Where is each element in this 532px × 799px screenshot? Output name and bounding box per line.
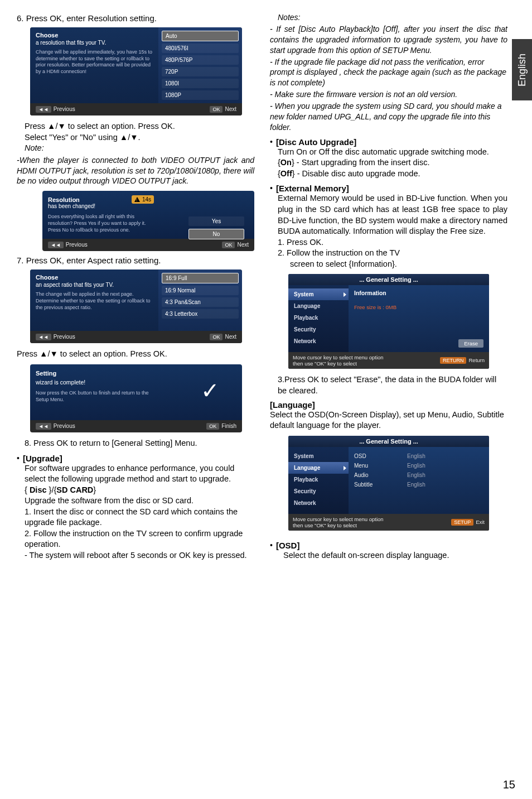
ext-mem-body: External Memory would be used in BD-Live… <box>278 193 507 237</box>
note-label: Note: <box>25 143 254 154</box>
prev-icon: ◄◄ <box>36 423 51 430</box>
general-setting-menu-info: ... General Setting ... System Language … <box>288 274 489 369</box>
gs-header: ... General Setting ... <box>288 274 489 285</box>
return-label[interactable]: Return <box>468 357 485 363</box>
disc-auto-on: {On} - Start upgrading from the insert d… <box>278 157 507 169</box>
menu-row[interactable]: MenuEnglish <box>354 461 483 470</box>
mock2-opt[interactable]: 16:9 Full <box>162 273 239 283</box>
mock2-opt[interactable]: 4:3 Letterbox <box>162 309 239 319</box>
side-item[interactable]: Playback <box>288 474 349 485</box>
mock1-desc: Change will be applied immediately, you … <box>36 49 153 75</box>
disc-auto-head: [Disc Auto Upgrade] <box>276 137 356 147</box>
mock1-opt[interactable]: 480I/576I <box>162 44 239 53</box>
side-item[interactable]: Language <box>288 300 349 312</box>
prev-label[interactable]: Previous <box>54 423 75 429</box>
free-size: Free size is : 0MB <box>354 304 483 310</box>
instruction: Select "Yes" or "No" using ▲/▼. <box>25 132 254 143</box>
timer-badge: 14s <box>132 195 154 204</box>
after-menu-1: 3.Press OK to select "Erase", the data i… <box>278 374 507 396</box>
finish-label[interactable]: Finish <box>221 423 236 429</box>
instruction: Press ▲/▼ to select an option. Press OK. <box>25 121 254 132</box>
mock1-opt[interactable]: 720P <box>162 67 239 76</box>
mock2-opt[interactable]: 16:9 Normal <box>162 286 239 295</box>
return-pill: RETURN <box>440 357 467 364</box>
disc-auto-off: {Off} - Disable disc auto upgrade mode. <box>278 169 507 180</box>
mock1-opt[interactable]: Auto <box>162 31 239 41</box>
prev-icon: ◄◄ <box>36 334 51 340</box>
upgrade-source: { Disc }/{SD CARD} <box>25 485 254 496</box>
side-item[interactable]: System <box>288 450 349 462</box>
side-item[interactable]: Playback <box>288 312 349 324</box>
osd-body: Select the default on-screen display lan… <box>283 550 507 561</box>
resolution-confirm-mock: Resolution has been changed! 14s Does ev… <box>42 191 254 251</box>
exit-label[interactable]: Exit <box>476 519 485 525</box>
step-7: 7. Press OK, enter Aspect ratio setting. <box>17 256 254 265</box>
check-icon: ✓ <box>201 378 220 403</box>
side-item[interactable]: System <box>288 288 349 300</box>
next-label[interactable]: Next <box>225 334 236 340</box>
upgrade-step-3: - The system will reboot after 5 seconds… <box>25 550 254 561</box>
mock1-opt[interactable]: 1080P <box>162 90 239 100</box>
menu-row[interactable]: SubtitleEnglish <box>354 480 483 489</box>
setup-pill: SETUP <box>451 519 473 526</box>
language-body: Select the OSD(On-Screen Display), set u… <box>270 410 507 431</box>
resolution-mock: Choose a resolution that fits your TV. C… <box>30 27 242 115</box>
menu-row[interactable]: OSDEnglish <box>354 451 483 461</box>
prev-label[interactable]: Previous <box>66 242 88 248</box>
ok-icon: OK <box>222 242 235 248</box>
note-1: - If set [Disc Auto Playback]to [Off], a… <box>270 24 507 56</box>
osd-head: [OSD] <box>276 541 300 550</box>
timer-desc: Does everything looks all right with thi… <box>48 214 159 233</box>
check-desc: Now press the OK button to finish and re… <box>36 390 158 403</box>
prev-icon: ◄◄ <box>48 242 64 248</box>
side-item[interactable]: Security <box>288 324 349 335</box>
check-title: Setting <box>36 370 236 377</box>
prev-label[interactable]: Previous <box>54 106 75 112</box>
no-option[interactable]: No <box>188 229 244 239</box>
ok-icon: OK <box>210 334 223 340</box>
mock1-opt[interactable]: 1080I <box>162 79 239 88</box>
next-label[interactable]: Next <box>225 106 236 112</box>
upgrade-head: [Upgrade] <box>23 454 62 463</box>
warning-icon <box>134 197 140 202</box>
aspect-ratio-mock: Choose an aspect ratio that fits your TV… <box>30 269 242 343</box>
upgrade-body2: Upgrade the software from the disc or SD… <box>25 495 254 507</box>
bullet-icon: • <box>270 541 273 550</box>
ext-step-1: 1. Press OK. <box>278 237 507 248</box>
chevron-right-icon <box>344 466 346 470</box>
hint-line1: Move cursor key to select menu option <box>293 516 384 522</box>
side-item[interactable]: Language <box>288 462 349 474</box>
mock1-opt[interactable]: 480P/576P <box>162 55 239 65</box>
prev-icon: ◄◄ <box>36 106 51 113</box>
info-title: Information <box>354 290 483 296</box>
ext-mem-head: [External Memory] <box>276 184 349 193</box>
ext-step-2: 2. Follow the instruction on the TV <box>278 248 507 259</box>
mock2-title: Choose <box>36 274 153 281</box>
timer-value: 14s <box>142 196 151 203</box>
language-head: [Language] <box>270 400 507 410</box>
next-label[interactable]: Next <box>237 242 249 248</box>
language-tab: English <box>512 39 532 100</box>
notes-label: Notes: <box>278 12 507 23</box>
gs-header: ... General Setting ... <box>288 436 489 447</box>
menu-row[interactable]: AudioEnglish <box>354 470 483 480</box>
prev-label[interactable]: Previous <box>54 334 75 340</box>
mock2-sub: an aspect ratio that fits your TV. <box>36 282 153 288</box>
ok-icon: OK <box>206 423 219 430</box>
side-item[interactable]: Security <box>288 485 349 497</box>
yes-option[interactable]: Yes <box>188 216 244 226</box>
side-item[interactable]: Network <box>288 497 349 509</box>
right-column: Notes: - If set [Disc Auto Playback]to [… <box>270 11 515 561</box>
page-number: 15 <box>503 778 515 791</box>
bullet-icon: • <box>270 184 273 193</box>
erase-button[interactable]: Erase <box>458 339 483 348</box>
note-2: - If the upgrade file package did not pa… <box>270 57 507 89</box>
upgrade-step-2: 2. Follow the instruction on the TV scre… <box>25 528 254 550</box>
side-item[interactable]: Network <box>288 335 349 347</box>
hint-line2: then use "OK" key to select <box>293 360 357 367</box>
note-3: - Make sure the firmware version is not … <box>270 89 507 100</box>
disc-auto-body: Turn On or Off the disc automatic upgrad… <box>278 147 507 158</box>
mock2-opt[interactable]: 4:3 Pan&Scan <box>162 297 239 307</box>
ext-step-2b: screen to select {Information}. <box>290 259 507 270</box>
mock1-title: Choose <box>36 32 153 38</box>
